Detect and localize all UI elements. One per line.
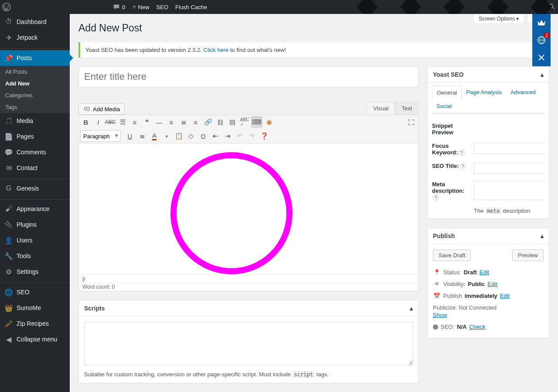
sidebar-sub-add-new[interactable]: Add New	[0, 78, 70, 89]
sidebar-item-media[interactable]: 🎵Media	[0, 113, 70, 129]
seo-check-link[interactable]: Check	[469, 324, 485, 330]
sumome-crown-icon[interactable]	[532, 14, 551, 31]
flush-cache-link[interactable]: Flush Cache	[172, 0, 211, 14]
sidebar-item-dashboard[interactable]: ⏱Dashboard	[0, 14, 70, 30]
sumome-notifications[interactable]: 2	[532, 31, 551, 49]
help-icon[interactable]: ?	[433, 194, 439, 201]
post-title-input[interactable]	[78, 66, 418, 87]
text-color-dropdown-icon[interactable]: ▾	[161, 130, 172, 142]
sidebar-item-jetpack[interactable]: ✈Jetpack	[0, 30, 70, 45]
adminbar-dark-notch	[537, 0, 546, 14]
sidebar-item-zip-recipes[interactable]: 🥕Zip Recipes	[0, 316, 70, 331]
kitchen-sink-icon[interactable]: ⌨	[251, 116, 262, 128]
seo-title-input[interactable]	[474, 163, 544, 174]
sidebar-sub-all-posts[interactable]: All Posts	[0, 66, 70, 78]
sidebar-item-label: Comments	[17, 149, 46, 156]
hr-icon[interactable]: —	[153, 116, 165, 128]
help-icon[interactable]: ?	[459, 150, 465, 156]
yoast-metabox-toggle[interactable]: Yoast SEO ▴	[428, 67, 549, 83]
sidebar-item-sumome[interactable]: 👑SumoMe	[0, 300, 70, 316]
underline-icon[interactable]: U	[124, 130, 136, 142]
sidebar-item-appearance[interactable]: 🖌Appearance	[0, 201, 70, 217]
align-left-icon[interactable]: ≡	[166, 116, 177, 128]
scripts-metabox: Scripts ▴ Suitable for custom tracking, …	[78, 300, 418, 383]
indent-icon[interactable]: ⇥	[222, 130, 233, 142]
align-right-icon[interactable]: ≡	[190, 116, 201, 128]
text-tab[interactable]: Text	[395, 102, 418, 115]
paste-text-icon[interactable]: 📋	[173, 130, 184, 142]
bold-icon[interactable]: B	[80, 116, 92, 128]
sidebar-item-comments[interactable]: 💬Comments	[0, 144, 70, 160]
format-select[interactable]: Paragraph	[80, 130, 121, 142]
edit-status-link[interactable]: Edit	[480, 269, 489, 276]
preview-button[interactable]: Preview	[512, 249, 544, 261]
dash-icon: ⏱	[4, 17, 13, 26]
edit-visibility-link[interactable]: Edit	[487, 281, 497, 287]
sumome-toolbar-icon[interactable]: ◉	[263, 116, 275, 128]
sidebar-item-contact[interactable]: ✉Contact	[0, 160, 70, 176]
undo-icon[interactable]: ↶	[234, 130, 245, 142]
publicize-show-link[interactable]: Show	[433, 312, 447, 318]
sidebar-item-settings[interactable]: ⚙Settings	[0, 264, 70, 280]
sumome-panel: 2	[532, 14, 551, 66]
more-icon[interactable]: ▤	[227, 116, 238, 128]
sidebar-sub-categories[interactable]: Categories	[0, 89, 70, 101]
seo-link[interactable]: SEO	[153, 0, 172, 14]
sidebar-item-users[interactable]: 👤Users	[0, 232, 70, 248]
yoast-tab-page-analysis[interactable]: Page Analysis	[462, 85, 506, 99]
yoast-tab-social[interactable]: Social	[432, 99, 456, 113]
special-char-icon[interactable]: Ω	[197, 130, 209, 142]
publish-metabox-toggle[interactable]: Publish ▴	[428, 228, 549, 244]
redo-icon[interactable]: ↷	[246, 130, 258, 142]
seo-status-dot	[433, 324, 438, 330]
add-media-button[interactable]: Add Media	[78, 103, 125, 115]
sidebar-item-seo[interactable]: 🌐SEO	[0, 284, 70, 300]
g-icon: G	[4, 184, 13, 193]
edit-schedule-link[interactable]: Edit	[500, 293, 510, 299]
meta-description-input[interactable]	[474, 181, 544, 200]
sidebar-item-tools[interactable]: 🔧Tools	[0, 248, 70, 264]
sidebar-item-label: Dashboard	[17, 18, 47, 25]
editor-content[interactable]	[78, 143, 418, 274]
unlink-icon[interactable]: ⛓	[214, 116, 226, 128]
wp-logo[interactable]	[0, 0, 13, 14]
screen-options-button[interactable]: Screen Options ▾	[473, 14, 524, 24]
quote-icon[interactable]: ❝	[141, 116, 153, 128]
focus-keyword-input[interactable]	[474, 143, 544, 154]
sidebar-sub-tags[interactable]: Tags	[0, 101, 70, 113]
yoast-seo-metabox: Yoast SEO ▴ GeneralPage AnalysisAdvanced…	[427, 66, 549, 219]
sidebar-item-genesis[interactable]: GGenesis	[0, 181, 70, 196]
help-icon[interactable]: ?	[460, 163, 466, 169]
link-icon[interactable]: 🔗	[202, 116, 214, 128]
help-icon[interactable]: ❓	[259, 130, 270, 142]
clear-format-icon[interactable]: ◇	[185, 130, 197, 142]
strike-icon[interactable]: ABC	[105, 116, 116, 128]
sidebar-item-pages[interactable]: 📄Pages	[0, 129, 70, 144]
sumome-close[interactable]	[532, 49, 551, 66]
outdent-icon[interactable]: ⇤	[210, 130, 221, 142]
publish-metabox: Publish ▴ Save Draft Preview 📍 Status: D…	[427, 228, 549, 338]
notice-link[interactable]: Click here	[204, 47, 229, 53]
yoast-tab-advanced[interactable]: Advanced	[506, 85, 540, 99]
yoast-tab-general[interactable]: General	[432, 85, 462, 100]
comments-link[interactable]: 0	[109, 0, 129, 14]
sidebar-item-posts[interactable]: 📌Posts	[0, 50, 70, 66]
scripts-metabox-toggle[interactable]: Scripts ▴	[79, 300, 418, 317]
sidebar-item-plugins[interactable]: 🔌Plugins	[0, 217, 70, 232]
fullscreen-icon[interactable]: ⛶	[405, 116, 417, 128]
brush-icon: 🖌	[4, 205, 13, 213]
scripts-textarea[interactable]	[84, 322, 413, 365]
text-color-icon[interactable]: A	[149, 130, 160, 142]
bullet-list-icon[interactable]: ☰	[117, 116, 128, 128]
number-list-icon[interactable]: ≡	[129, 116, 140, 128]
spellcheck-icon[interactable]: ABC✓	[239, 116, 250, 128]
justify-icon[interactable]: ≣	[136, 130, 148, 142]
calendar-icon: 📅	[433, 293, 441, 299]
visual-tab[interactable]: Visual	[367, 102, 395, 115]
align-center-icon[interactable]: ≣	[178, 116, 189, 128]
new-link[interactable]: + New	[129, 0, 153, 14]
save-draft-button[interactable]: Save Draft	[433, 249, 471, 261]
italic-icon[interactable]: I	[92, 116, 104, 128]
comment-icon: 💬	[4, 148, 13, 157]
collapse-menu[interactable]: ◀Collapse menu	[0, 331, 70, 347]
